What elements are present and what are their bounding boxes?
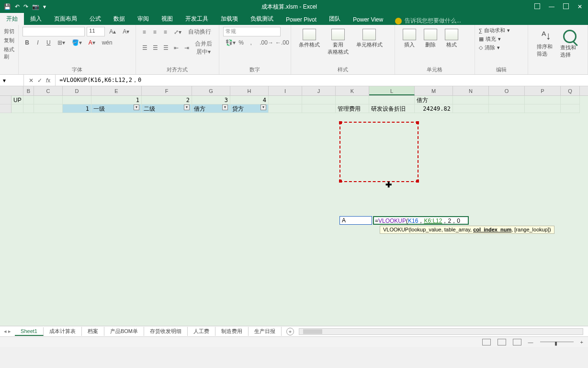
- sheet-tab-3[interactable]: 档案: [82, 327, 104, 336]
- cell[interactable]: 2: [142, 96, 192, 104]
- wrap-text-button[interactable]: 自动换行: [186, 27, 214, 37]
- find-select-button[interactable]: 查找和选择: [560, 30, 579, 58]
- col-G[interactable]: G: [192, 86, 230, 95]
- sheet-tab-6[interactable]: 人工费: [188, 327, 215, 336]
- cell[interactable]: [336, 96, 369, 104]
- cell[interactable]: [23, 96, 34, 104]
- insert-button[interactable]: 插入: [399, 27, 420, 50]
- tab-review[interactable]: 审阅: [131, 13, 155, 25]
- horizontal-scrollbar[interactable]: [299, 328, 583, 335]
- filter-button[interactable]: ▾: [134, 104, 139, 110]
- col-P[interactable]: P: [525, 86, 561, 95]
- col-M[interactable]: M: [415, 86, 453, 95]
- cell[interactable]: 借方: [415, 96, 453, 104]
- cell[interactable]: [489, 104, 525, 113]
- col-Q[interactable]: Q: [561, 86, 580, 95]
- col-F[interactable]: F: [142, 86, 192, 95]
- accounting-button[interactable]: 💱▾: [223, 38, 235, 47]
- align-right-button[interactable]: ☰: [161, 44, 170, 52]
- comma-button[interactable]: ,: [247, 38, 255, 47]
- sort-filter-button[interactable]: ᴬ↓ 排序和筛选: [537, 30, 555, 58]
- phonetic-button[interactable]: wén: [100, 38, 115, 47]
- col-C[interactable]: C: [34, 86, 63, 95]
- decrease-font-button[interactable]: A▾: [120, 27, 132, 36]
- tab-developer[interactable]: 开发工具: [179, 13, 215, 25]
- align-mid-button[interactable]: ≡: [150, 28, 159, 36]
- tab-insert[interactable]: 插入: [24, 13, 48, 25]
- dec-decimal-button[interactable]: ←.00: [273, 38, 287, 47]
- row-header[interactable]: [0, 96, 11, 104]
- cell-L16-editing[interactable]: =VLOOKUP(K16，K6:L12，2，0: [373, 216, 469, 225]
- enter-formula-icon[interactable]: ✓: [37, 77, 42, 84]
- tell-me[interactable]: 告诉我您想要做什么...: [395, 17, 461, 25]
- cell[interactable]: [34, 104, 63, 113]
- spreadsheet[interactable]: B C D E F G H I J K L M N O P Q UP1234借方…: [0, 86, 588, 326]
- cell[interactable]: 3: [192, 96, 230, 104]
- cell[interactable]: [269, 96, 302, 104]
- cell[interactable]: [561, 96, 580, 104]
- page-break-button[interactable]: [513, 339, 521, 345]
- fx-icon[interactable]: fx: [46, 77, 50, 84]
- cell[interactable]: 借方▾: [192, 104, 230, 113]
- col-I[interactable]: I: [269, 86, 302, 95]
- align-left-button[interactable]: ☰: [140, 44, 148, 52]
- align-center-button[interactable]: ☰: [150, 44, 159, 52]
- tab-powerview[interactable]: Power View: [347, 14, 389, 25]
- tab-powerpivot[interactable]: Power Pivot: [280, 14, 323, 25]
- cell[interactable]: [302, 96, 336, 104]
- cell[interactable]: [369, 96, 415, 104]
- cond-format-button[interactable]: 条件格式: [295, 27, 324, 58]
- sheet-nav-prev[interactable]: ◂ ▸: [0, 328, 15, 334]
- cell[interactable]: 1: [63, 104, 91, 113]
- increase-font-button[interactable]: A▴: [107, 27, 118, 36]
- underline-button[interactable]: U: [44, 38, 53, 47]
- zoom-in-button[interactable]: +: [580, 339, 583, 345]
- cell[interactable]: 贷方▾: [230, 104, 269, 113]
- cell[interactable]: 一级▾: [91, 104, 142, 113]
- col-E[interactable]: E: [91, 86, 142, 95]
- border-button[interactable]: ⊞▾: [55, 38, 68, 47]
- col-J[interactable]: J: [302, 86, 336, 95]
- copy-button[interactable]: 复制: [4, 36, 14, 45]
- cell[interactable]: 4: [230, 96, 269, 104]
- fill-button[interactable]: ▦填充 ▾: [479, 35, 524, 43]
- tab-formulas[interactable]: 公式: [83, 13, 107, 25]
- sheet-tab-1[interactable]: Sheet1: [15, 327, 44, 336]
- align-top-button[interactable]: ≡: [140, 28, 148, 36]
- cut-button[interactable]: 剪切: [4, 27, 14, 36]
- col-H[interactable]: H: [230, 86, 269, 95]
- cell-K16[interactable]: A: [339, 216, 372, 225]
- percent-button[interactable]: %: [236, 38, 245, 47]
- table-format-button[interactable]: 套用 表格格式: [324, 27, 352, 58]
- cell[interactable]: UP: [11, 96, 23, 104]
- col-N[interactable]: N: [453, 86, 489, 95]
- clear-button[interactable]: ◇清除 ▾: [479, 44, 524, 51]
- formula-input[interactable]: =VLOOKUP(K16,K6:L12,2，0: [56, 76, 588, 84]
- tab-view[interactable]: 视图: [155, 13, 179, 25]
- align-bot-button[interactable]: ≡: [161, 28, 170, 36]
- col-K[interactable]: K: [336, 86, 369, 95]
- ribbon-opts-icon[interactable]: [534, 3, 540, 9]
- autosum-button[interactable]: ∑自动求和 ▾: [479, 27, 524, 34]
- sheet-tab-4[interactable]: 产品BOM单: [104, 327, 144, 336]
- save-icon[interactable]: 💾: [4, 3, 11, 10]
- cell[interactable]: [23, 104, 34, 113]
- cell[interactable]: [561, 104, 580, 113]
- cell[interactable]: [11, 104, 23, 113]
- cell[interactable]: 1: [91, 96, 142, 104]
- font-family-select[interactable]: [23, 27, 85, 36]
- format-button[interactable]: 格式: [441, 27, 462, 50]
- tab-data[interactable]: 数据: [107, 13, 131, 25]
- filter-button[interactable]: ▾: [260, 104, 266, 110]
- cell[interactable]: 二级▾: [142, 104, 192, 113]
- cell[interactable]: 管理费用: [336, 104, 369, 113]
- tab-addins[interactable]: 加载项: [215, 13, 244, 25]
- sheet-tab-2[interactable]: 成本计算表: [44, 327, 82, 336]
- col-O[interactable]: O: [489, 86, 525, 95]
- cell-style-button[interactable]: 单元格样式: [352, 27, 386, 58]
- fill-color-button[interactable]: 🪣▾: [69, 38, 84, 47]
- page-layout-button[interactable]: [498, 339, 506, 345]
- row-header[interactable]: [0, 104, 11, 113]
- sheet-tab-8[interactable]: 生产日报: [249, 327, 282, 336]
- cell[interactable]: [34, 96, 63, 104]
